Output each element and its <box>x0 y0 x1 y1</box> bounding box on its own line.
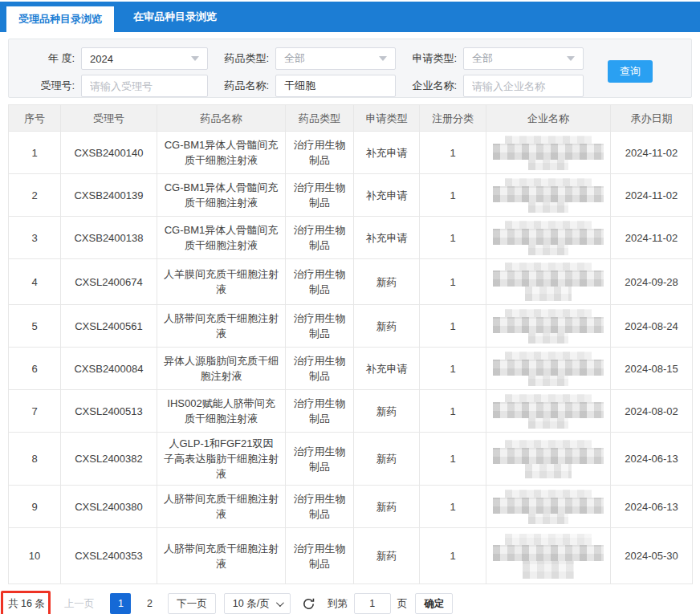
cell-company <box>486 132 611 174</box>
goto-page-input[interactable] <box>354 593 391 614</box>
confirm-button[interactable]: 确定 <box>415 593 453 614</box>
cell-index: 6 <box>9 348 61 390</box>
cell-index: 10 <box>9 528 61 584</box>
cell-accept-no: CXSL2400674 <box>61 259 157 305</box>
page-number-1[interactable]: 1 <box>110 593 131 614</box>
year-select[interactable]: 2024 <box>81 47 208 70</box>
prev-page-button[interactable]: 上一页 <box>56 593 103 614</box>
filter-row-2: 受理号: 药品名称: 企业名称: <box>31 75 691 97</box>
year-select-value: 2024 <box>90 53 113 65</box>
cell-date: 2024-09-28 <box>611 259 693 305</box>
cell-apply-type: 补充申请 <box>354 217 420 259</box>
cell-date: 2024-08-02 <box>611 390 693 433</box>
drug-type-label: 药品类型: <box>216 51 269 66</box>
tab-bar: 受理品种目录浏览 在审品种目录浏览 <box>0 2 700 32</box>
goto-page-label: 到第 <box>328 597 348 611</box>
censored-company-mosaic <box>493 262 604 301</box>
censored-company-mosaic <box>493 309 604 344</box>
column-header: 药品类型 <box>286 105 354 132</box>
column-header: 药品名称 <box>157 105 286 132</box>
column-header: 申请类型 <box>354 105 420 132</box>
table-row: 10 CXSL2400353 人脐带间充质干细胞注射液 治疗用生物制品 新药 1… <box>9 528 693 584</box>
table-row: 9 CXSL2400380 人脐带间充质干细胞注射液 治疗用生物制品 新药 1 … <box>9 486 693 528</box>
table-body: 1 CXSB2400140 CG-BM1异体人骨髓间充质干细胞注射液 治疗用生物… <box>9 132 693 584</box>
page: 受理品种目录浏览 在审品种目录浏览 年 度: 2024 药品类型: 全部 申请类… <box>0 0 700 614</box>
column-header: 企业名称 <box>486 105 611 132</box>
table-row: 5 CXSL2400561 人脐带间充质干细胞注射液 治疗用生物制品 新药 1 … <box>9 305 693 348</box>
cell-accept-no: CXSL2400353 <box>61 528 157 584</box>
table-row: 6 CXSB2400084 异体人源脂肪间充质干细胞注射液 治疗用生物制品 补充… <box>9 348 693 390</box>
mosaic-block <box>528 376 568 386</box>
search-button[interactable]: 查询 <box>608 60 653 83</box>
drug-name-input[interactable] <box>275 75 396 97</box>
mosaic-block <box>493 317 604 333</box>
cell-drug-type: 治疗用生物制品 <box>286 132 354 174</box>
next-page-button[interactable]: 下一页 <box>168 593 216 614</box>
mosaic-block <box>528 160 568 170</box>
company-input[interactable] <box>463 75 584 97</box>
column-header: 受理号 <box>61 105 157 132</box>
mosaic-block <box>523 561 573 579</box>
cell-company <box>486 433 611 486</box>
cell-drug-type: 治疗用生物制品 <box>286 259 354 305</box>
drug-type-select-value: 全部 <box>284 51 305 66</box>
tab-under-review-catalog[interactable]: 在审品种目录浏览 <box>114 2 236 32</box>
cell-accept-no: CXSB2400084 <box>61 348 157 390</box>
mosaic-block <box>493 229 604 245</box>
mosaic-block <box>493 545 604 561</box>
cell-drug-type: 治疗用生物制品 <box>286 486 354 528</box>
cell-drug-type: 治疗用生物制品 <box>286 433 354 486</box>
drug-name-label: 药品名称: <box>216 79 269 93</box>
column-header: 承办日期 <box>611 105 693 132</box>
cell-apply-type: 新药 <box>354 528 420 584</box>
cell-drug-name: 人羊膜间充质干细胞注射液 <box>157 259 286 305</box>
cell-drug-type: 治疗用生物制品 <box>286 174 354 217</box>
cell-drug-name: 人脐带间充质干细胞注射液 <box>157 486 286 528</box>
chevron-down-icon <box>191 56 199 61</box>
company-label: 企业名称: <box>404 79 457 93</box>
total-count: 共 16 条 <box>8 597 45 611</box>
mosaic-block <box>493 186 604 202</box>
apply-type-label: 申请类型: <box>404 51 457 66</box>
chevron-down-icon <box>567 56 575 61</box>
drug-type-select[interactable]: 全部 <box>275 47 396 70</box>
page-number-2[interactable]: 2 <box>139 593 160 614</box>
cell-reg-class: 1 <box>420 305 486 348</box>
mosaic-block <box>505 440 592 448</box>
mosaic-block <box>528 333 568 344</box>
cell-date: 2024-06-13 <box>611 433 693 486</box>
cell-accept-no: CXSL2400380 <box>61 486 157 528</box>
cell-company <box>486 259 611 305</box>
cell-apply-type: 新药 <box>354 433 420 486</box>
cell-company <box>486 390 611 433</box>
cell-apply-type: 新药 <box>354 305 420 348</box>
accept-no-input[interactable] <box>81 75 208 97</box>
mosaic-block <box>505 309 592 317</box>
cell-reg-class: 1 <box>420 132 486 174</box>
mosaic-block <box>493 270 604 287</box>
page-size-select[interactable]: 10 条/页 <box>224 593 291 614</box>
cell-company <box>486 348 611 390</box>
mosaic-block <box>505 136 592 144</box>
cell-company <box>486 528 611 584</box>
cell-drug-name: CG-BM1异体人骨髓间充质干细胞注射液 <box>157 174 286 217</box>
mosaic-block <box>528 418 568 429</box>
cell-reg-class: 1 <box>420 528 486 584</box>
censored-company-mosaic <box>493 178 604 213</box>
goto-page-suffix: 页 <box>397 597 408 611</box>
page-size-value: 10 条/页 <box>233 597 270 611</box>
refresh-icon[interactable] <box>299 593 319 614</box>
censored-company-mosaic <box>493 490 604 524</box>
tab-accepted-catalog[interactable]: 受理品种目录浏览 <box>6 6 114 32</box>
cell-drug-type: 治疗用生物制品 <box>286 528 354 584</box>
mosaic-block <box>493 144 604 160</box>
results-table: 序号受理号药品名称药品类型申请类型注册分类企业名称承办日期 1 CXSB2400… <box>8 104 693 584</box>
apply-type-select[interactable]: 全部 <box>463 47 584 70</box>
cell-drug-type: 治疗用生物制品 <box>286 348 354 390</box>
mosaic-block <box>525 464 572 478</box>
cell-drug-name: 异体人源脂肪间充质干细胞注射液 <box>157 348 286 390</box>
cell-date: 2024-06-13 <box>611 486 693 528</box>
year-label: 年 度: <box>31 51 75 66</box>
cell-drug-name: 人GLP-1和FGF21双因子高表达脂肪干细胞注射液 <box>157 433 286 486</box>
table-header-row: 序号受理号药品名称药品类型申请类型注册分类企业名称承办日期 <box>9 105 693 132</box>
